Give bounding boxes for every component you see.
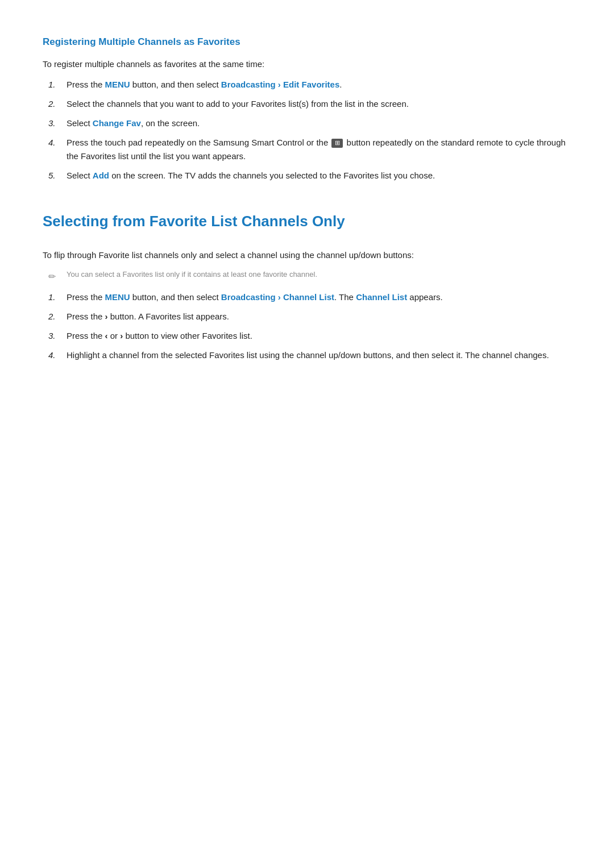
section1-title: Registering Multiple Channels as Favorit… (43, 34, 571, 49)
note-pencil-icon: ✏ (48, 269, 67, 284)
channel-list-highlight-1: Channel List (283, 292, 334, 302)
step-2-text: Select the channels that you want to add… (67, 97, 409, 111)
step-4-number: 4. (48, 136, 67, 149)
menu-highlight-1: MENU (105, 80, 130, 89)
step-1-number: 1. (48, 78, 67, 92)
broadcasting-highlight-2: Broadcasting (221, 292, 276, 302)
s2-step-4: 4. Highlight a channel from the selected… (43, 348, 571, 362)
s2-step-3-text: Press the ‹ or › button to view other Fa… (67, 329, 252, 343)
step-5-number: 5. (48, 169, 67, 182)
s2-step-1-text: Press the MENU button, and then select B… (67, 290, 443, 304)
note-text: You can select a Favorites list only if … (67, 269, 317, 280)
chevron-right-btn: › (105, 312, 108, 321)
section2-intro: To flip through Favorite list channels o… (43, 248, 571, 262)
s2-step-3: 3. Press the ‹ or › button to view other… (43, 329, 571, 343)
step-3-number: 3. (48, 117, 67, 130)
step-5-text: Select Add on the screen. The TV adds th… (67, 169, 435, 182)
step-3-text: Select Change Fav, on the screen. (67, 117, 200, 130)
section1-intro: To register multiple channels as favorit… (43, 57, 571, 71)
change-fav-highlight: Change Fav (93, 118, 141, 128)
section2-note: ✏ You can select a Favorites list only i… (43, 269, 571, 284)
s2-step-1-number: 1. (48, 290, 67, 304)
s2-step-3-number: 3. (48, 329, 67, 343)
remote-icon (331, 139, 343, 148)
section1-steps: 1. Press the MENU button, and then selec… (43, 78, 571, 182)
s2-step-1: 1. Press the MENU button, and then selec… (43, 290, 571, 304)
section-selecting: Selecting from Favorite List Channels On… (43, 210, 571, 362)
broadcasting-highlight-1: Broadcasting (221, 80, 276, 89)
section2-steps: 1. Press the MENU button, and then selec… (43, 290, 571, 362)
step-1-text: Press the MENU button, and then select B… (67, 78, 342, 92)
section2-title: Selecting from Favorite List Channels On… (43, 210, 571, 238)
s2-step-4-text: Highlight a channel from the selected Fa… (67, 348, 549, 362)
s2-step-2-text: Press the › button. A Favorites list app… (67, 310, 229, 323)
step-2-number: 2. (48, 97, 67, 111)
step-1: 1. Press the MENU button, and then selec… (43, 78, 571, 92)
channel-list-highlight-2: Channel List (356, 292, 407, 302)
step-3: 3. Select Change Fav, on the screen. (43, 117, 571, 130)
arrow-2: › (278, 292, 281, 302)
step-5: 5. Select Add on the screen. The TV adds… (43, 169, 571, 182)
add-highlight: Add (93, 171, 109, 180)
s2-step-2-number: 2. (48, 310, 67, 323)
chevron-right-btn-2: › (120, 331, 123, 340)
arrow-1: › (278, 80, 281, 89)
step-4: 4. Press the touch pad repeatedly on the… (43, 136, 571, 163)
step-2: 2. Select the channels that you want to … (43, 97, 571, 111)
edit-favorites-highlight: Edit Favorites (283, 80, 339, 89)
menu-highlight-2: MENU (105, 292, 130, 302)
chevron-left-btn: ‹ (105, 331, 108, 340)
s2-step-4-number: 4. (48, 348, 67, 362)
s2-step-2: 2. Press the › button. A Favorites list … (43, 310, 571, 323)
section-registering: Registering Multiple Channels as Favorit… (43, 34, 571, 182)
step-4-text: Press the touch pad repeatedly on the Sa… (67, 136, 571, 163)
